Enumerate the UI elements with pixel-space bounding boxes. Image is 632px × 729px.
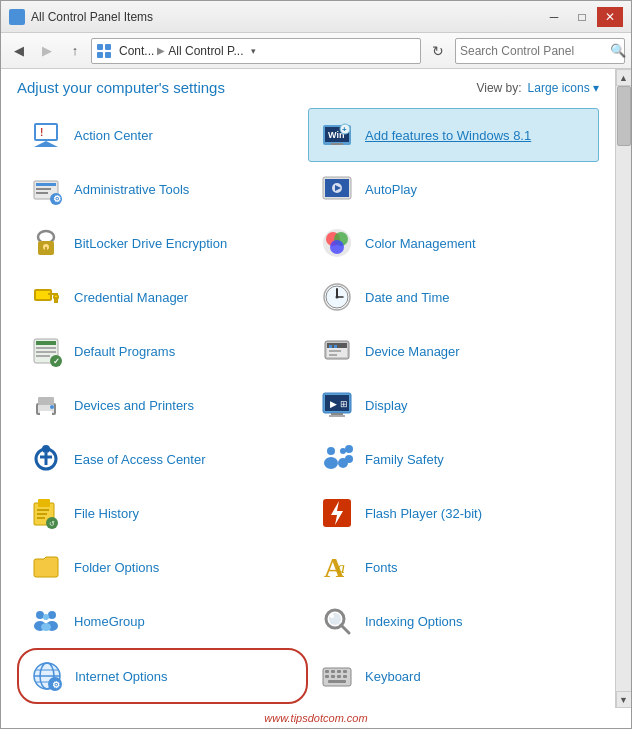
svg-rect-14: [331, 143, 343, 145]
title-controls: ─ □ ✕: [541, 7, 623, 27]
item-keyboard[interactable]: Keyboard: [308, 648, 599, 704]
admin-tools-icon: ⚙: [28, 171, 64, 207]
watermark: www.tipsdotcom.com: [1, 708, 631, 728]
header-row: Adjust your computer's settings View by:…: [17, 79, 599, 96]
action-center-icon: !: [28, 117, 64, 153]
svg-rect-4: [97, 44, 103, 50]
date-time-label: Date and Time: [365, 290, 450, 305]
item-ease-access[interactable]: Ease of Access Center: [17, 432, 308, 486]
folder-options-icon: [28, 549, 64, 585]
svg-rect-37: [36, 291, 50, 299]
svg-rect-41: [54, 297, 58, 303]
item-credential[interactable]: Credential Manager: [17, 270, 308, 324]
svg-rect-2: [11, 18, 16, 23]
device-mgr-icon: [319, 333, 355, 369]
credential-label: Credential Manager: [74, 290, 188, 305]
svg-rect-20: [36, 188, 51, 190]
item-file-history[interactable]: ↺ File History: [17, 486, 308, 540]
svg-rect-9: [36, 125, 56, 139]
svg-text:!: !: [40, 127, 43, 138]
minimize-button[interactable]: ─: [541, 7, 567, 27]
item-devices-printers[interactable]: Devices and Printers: [17, 378, 308, 432]
address-bar: Cont... ▶ All Control P... ▾: [91, 38, 421, 64]
item-autoplay[interactable]: AutoPlay: [308, 162, 599, 216]
file-history-icon: ↺: [28, 495, 64, 531]
item-flash[interactable]: Flash Player (32-bit): [308, 486, 599, 540]
svg-point-79: [345, 445, 353, 453]
item-bitlocker[interactable]: BitLocker Drive Encryption: [17, 216, 308, 270]
svg-line-99: [341, 625, 349, 633]
svg-rect-113: [343, 670, 347, 673]
maximize-button[interactable]: □: [569, 7, 595, 27]
svg-rect-112: [337, 670, 341, 673]
window-icon: [9, 9, 25, 25]
action-center-label: Action Center: [74, 128, 153, 143]
credential-icon: [28, 279, 64, 315]
close-button[interactable]: ✕: [597, 7, 623, 27]
address-dropdown[interactable]: ▾: [244, 39, 264, 63]
item-display[interactable]: ▶ ⊞ Display: [308, 378, 599, 432]
item-admin-tools[interactable]: ⚙ Administrative Tools: [17, 162, 308, 216]
color-mgmt-icon: [319, 225, 355, 261]
item-date-time[interactable]: Date and Time: [308, 270, 599, 324]
svg-rect-1: [18, 11, 23, 16]
svg-point-96: [43, 614, 49, 620]
svg-marker-10: [34, 141, 58, 147]
breadcrumb: Cont... ▶ All Control P...: [96, 43, 244, 59]
svg-point-97: [41, 623, 51, 631]
svg-rect-68: [331, 413, 343, 415]
date-time-icon: [319, 279, 355, 315]
item-add-features[interactable]: Win + Add features to Windows 8.1: [308, 108, 599, 162]
scroll-up-arrow[interactable]: ▲: [616, 69, 632, 86]
devices-printers-label: Devices and Printers: [74, 398, 194, 413]
bitlocker-label: BitLocker Drive Encryption: [74, 236, 227, 251]
svg-rect-7: [105, 52, 111, 58]
back-button[interactable]: ◀: [7, 39, 31, 63]
svg-rect-3: [18, 18, 23, 23]
svg-rect-58: [334, 345, 337, 348]
autoplay-label: AutoPlay: [365, 182, 417, 197]
svg-point-92: [36, 611, 44, 619]
item-family-safety[interactable]: Family Safety: [308, 432, 599, 486]
item-indexing[interactable]: Indexing Options: [308, 594, 599, 648]
flash-icon: [319, 495, 355, 531]
svg-rect-69: [329, 415, 345, 417]
item-folder-options[interactable]: Folder Options: [17, 540, 308, 594]
add-features-label: Add features to Windows 8.1: [365, 128, 531, 143]
breadcrumb-item-1[interactable]: Cont...: [119, 44, 154, 58]
forward-button[interactable]: ▶: [35, 39, 59, 63]
scroll-track[interactable]: [616, 86, 631, 691]
svg-rect-116: [337, 675, 341, 678]
item-color-mgmt[interactable]: Color Management: [308, 216, 599, 270]
display-icon: ▶ ⊞: [319, 387, 355, 423]
item-fonts[interactable]: A a Fonts: [308, 540, 599, 594]
svg-rect-84: [37, 513, 47, 515]
add-features-icon: Win +: [319, 117, 355, 153]
flash-label: Flash Player (32-bit): [365, 506, 482, 521]
scroll-thumb[interactable]: [617, 86, 631, 146]
item-homegroup[interactable]: HomeGroup: [17, 594, 308, 648]
item-default-programs[interactable]: ✓ Default Programs: [17, 324, 308, 378]
item-action-center[interactable]: ! Action Center: [17, 108, 308, 162]
folder-options-label: Folder Options: [74, 560, 159, 575]
svg-rect-63: [38, 397, 54, 405]
search-icon[interactable]: 🔍: [610, 43, 626, 58]
indexing-label: Indexing Options: [365, 614, 463, 629]
keyboard-icon: [319, 658, 355, 694]
item-internet-options[interactable]: ⚙ Internet Options: [17, 648, 308, 704]
refresh-button[interactable]: ↻: [425, 38, 451, 64]
view-by-value[interactable]: Large icons ▾: [528, 81, 599, 95]
up-button[interactable]: ↑: [63, 39, 87, 63]
svg-text:✓: ✓: [53, 357, 60, 366]
device-mgr-label: Device Manager: [365, 344, 460, 359]
search-input[interactable]: [460, 44, 610, 58]
svg-rect-5: [105, 44, 111, 50]
item-device-mgr[interactable]: Device Manager: [308, 324, 599, 378]
svg-rect-57: [329, 345, 332, 348]
svg-point-101: [330, 614, 334, 618]
nav-bar: ◀ ▶ ↑ Cont... ▶ All Control P... ▾ ↻ 🔍: [1, 33, 631, 69]
breadcrumb-item-2[interactable]: All Control P...: [168, 44, 243, 58]
main-window: All Control Panel Items ─ □ ✕ ◀ ▶ ↑ Cont…: [0, 0, 632, 729]
scroll-down-arrow[interactable]: ▼: [616, 691, 632, 708]
svg-point-80: [345, 455, 353, 463]
